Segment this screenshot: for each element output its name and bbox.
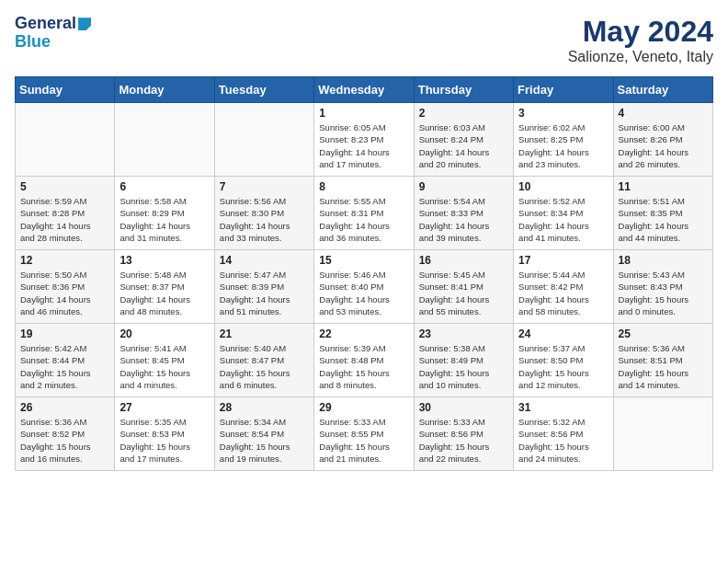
calendar-cell	[214, 103, 313, 177]
day-info: Sunrise: 5:59 AM Sunset: 8:28 PM Dayligh…	[20, 195, 109, 244]
day-info: Sunrise: 5:34 AM Sunset: 8:54 PM Dayligh…	[220, 416, 309, 465]
day-number: 10	[518, 180, 608, 193]
day-info: Sunrise: 5:47 AM Sunset: 8:39 PM Dayligh…	[220, 269, 309, 317]
day-info: Sunrise: 6:00 AM Sunset: 8:26 PM Dayligh…	[619, 121, 708, 170]
day-info: Sunrise: 6:03 AM Sunset: 8:24 PM Dayligh…	[419, 121, 508, 170]
day-number: 25	[619, 327, 708, 340]
day-number: 19	[20, 327, 109, 340]
day-info: Sunrise: 5:41 AM Sunset: 8:45 PM Dayligh…	[119, 342, 209, 391]
calendar-cell: 3Sunrise: 6:02 AM Sunset: 8:25 PM Daylig…	[514, 103, 613, 177]
calendar-cell: 26Sunrise: 5:36 AM Sunset: 8:52 PM Dayli…	[16, 397, 115, 471]
calendar-cell	[115, 103, 214, 177]
day-info: Sunrise: 5:40 AM Sunset: 8:47 PM Dayligh…	[220, 342, 309, 391]
day-number: 3	[518, 107, 608, 120]
day-number: 2	[419, 107, 508, 120]
calendar-cell: 21Sunrise: 5:40 AM Sunset: 8:47 PM Dayli…	[214, 324, 313, 397]
calendar-cell: 17Sunrise: 5:44 AM Sunset: 8:42 PM Dayli…	[514, 250, 613, 324]
calendar-cell: 10Sunrise: 5:52 AM Sunset: 8:34 PM Dayli…	[514, 177, 613, 250]
day-info: Sunrise: 5:43 AM Sunset: 8:43 PM Dayligh…	[619, 269, 708, 317]
calendar-cell: 31Sunrise: 5:32 AM Sunset: 8:56 PM Dayli…	[514, 397, 613, 471]
day-number: 22	[319, 327, 408, 340]
calendar-week-row: 1Sunrise: 6:05 AM Sunset: 8:23 PM Daylig…	[16, 103, 713, 177]
weekday-header: Tuesday	[214, 77, 313, 103]
day-info: Sunrise: 5:44 AM Sunset: 8:42 PM Dayligh…	[518, 269, 608, 317]
calendar-cell: 18Sunrise: 5:43 AM Sunset: 8:43 PM Dayli…	[613, 250, 712, 324]
weekday-header-row: SundayMondayTuesdayWednesdayThursdayFrid…	[16, 77, 713, 103]
weekday-header: Wednesday	[314, 77, 414, 103]
month-title: May 2024	[568, 15, 713, 49]
calendar-cell: 1Sunrise: 6:05 AM Sunset: 8:23 PM Daylig…	[314, 103, 414, 177]
calendar-cell: 6Sunrise: 5:58 AM Sunset: 8:29 PM Daylig…	[115, 177, 214, 250]
day-number: 28	[220, 401, 309, 414]
day-info: Sunrise: 5:51 AM Sunset: 8:35 PM Dayligh…	[619, 195, 708, 244]
day-info: Sunrise: 6:05 AM Sunset: 8:23 PM Dayligh…	[319, 121, 408, 170]
day-number: 5	[20, 180, 109, 193]
calendar-week-row: 26Sunrise: 5:36 AM Sunset: 8:52 PM Dayli…	[16, 397, 713, 471]
weekday-header: Friday	[514, 77, 613, 103]
day-info: Sunrise: 5:32 AM Sunset: 8:56 PM Dayligh…	[518, 416, 608, 465]
day-info: Sunrise: 5:54 AM Sunset: 8:33 PM Dayligh…	[419, 195, 508, 244]
calendar-cell: 24Sunrise: 5:37 AM Sunset: 8:50 PM Dayli…	[514, 324, 613, 397]
day-number: 20	[119, 327, 209, 340]
day-info: Sunrise: 5:50 AM Sunset: 8:36 PM Dayligh…	[20, 269, 109, 317]
day-number: 17	[518, 254, 608, 267]
day-info: Sunrise: 5:33 AM Sunset: 8:56 PM Dayligh…	[419, 416, 508, 465]
day-info: Sunrise: 5:38 AM Sunset: 8:49 PM Dayligh…	[419, 342, 508, 391]
day-info: Sunrise: 5:33 AM Sunset: 8:55 PM Dayligh…	[319, 416, 408, 465]
day-info: Sunrise: 5:36 AM Sunset: 8:52 PM Dayligh…	[20, 416, 109, 465]
day-number: 27	[119, 401, 209, 414]
calendar-cell: 25Sunrise: 5:36 AM Sunset: 8:51 PM Dayli…	[613, 324, 712, 397]
day-info: Sunrise: 5:39 AM Sunset: 8:48 PM Dayligh…	[319, 342, 408, 391]
logo-blue-text: Blue	[15, 33, 91, 52]
day-number: 6	[119, 180, 209, 193]
day-number: 14	[220, 254, 309, 267]
calendar-cell: 19Sunrise: 5:42 AM Sunset: 8:44 PM Dayli…	[16, 324, 115, 397]
day-info: Sunrise: 5:35 AM Sunset: 8:53 PM Dayligh…	[119, 416, 209, 465]
logo-icon	[78, 17, 91, 30]
day-info: Sunrise: 5:37 AM Sunset: 8:50 PM Dayligh…	[518, 342, 608, 391]
day-number: 12	[20, 254, 109, 267]
day-info: Sunrise: 5:36 AM Sunset: 8:51 PM Dayligh…	[619, 342, 708, 391]
day-info: Sunrise: 5:46 AM Sunset: 8:40 PM Dayligh…	[319, 269, 408, 317]
calendar-cell	[16, 103, 115, 177]
day-info: Sunrise: 5:56 AM Sunset: 8:30 PM Dayligh…	[220, 195, 309, 244]
calendar-week-row: 5Sunrise: 5:59 AM Sunset: 8:28 PM Daylig…	[16, 177, 713, 250]
calendar-cell: 7Sunrise: 5:56 AM Sunset: 8:30 PM Daylig…	[214, 177, 313, 250]
day-info: Sunrise: 5:42 AM Sunset: 8:44 PM Dayligh…	[20, 342, 109, 391]
calendar-cell: 11Sunrise: 5:51 AM Sunset: 8:35 PM Dayli…	[613, 177, 712, 250]
day-number: 16	[419, 254, 508, 267]
calendar-cell: 2Sunrise: 6:03 AM Sunset: 8:24 PM Daylig…	[414, 103, 513, 177]
day-number: 15	[319, 254, 408, 267]
calendar-week-row: 19Sunrise: 5:42 AM Sunset: 8:44 PM Dayli…	[16, 324, 713, 397]
calendar-cell: 16Sunrise: 5:45 AM Sunset: 8:41 PM Dayli…	[414, 250, 513, 324]
day-number: 7	[220, 180, 309, 193]
calendar-cell: 27Sunrise: 5:35 AM Sunset: 8:53 PM Dayli…	[115, 397, 214, 471]
day-number: 4	[619, 107, 708, 120]
logo: General Blue	[15, 15, 91, 52]
calendar-cell: 22Sunrise: 5:39 AM Sunset: 8:48 PM Dayli…	[314, 324, 414, 397]
calendar-cell: 28Sunrise: 5:34 AM Sunset: 8:54 PM Dayli…	[214, 397, 313, 471]
calendar-cell: 13Sunrise: 5:48 AM Sunset: 8:37 PM Dayli…	[115, 250, 214, 324]
logo-general-text: General	[15, 14, 76, 32]
calendar-cell	[613, 397, 712, 471]
day-number: 9	[419, 180, 508, 193]
calendar-cell: 14Sunrise: 5:47 AM Sunset: 8:39 PM Dayli…	[214, 250, 313, 324]
location: Salionze, Veneto, Italy	[568, 49, 713, 65]
weekday-header: Sunday	[16, 77, 115, 103]
calendar-cell: 5Sunrise: 5:59 AM Sunset: 8:28 PM Daylig…	[16, 177, 115, 250]
calendar-week-row: 12Sunrise: 5:50 AM Sunset: 8:36 PM Dayli…	[16, 250, 713, 324]
calendar-cell: 23Sunrise: 5:38 AM Sunset: 8:49 PM Dayli…	[414, 324, 513, 397]
day-info: Sunrise: 5:48 AM Sunset: 8:37 PM Dayligh…	[119, 269, 209, 317]
day-info: Sunrise: 5:52 AM Sunset: 8:34 PM Dayligh…	[518, 195, 608, 244]
day-number: 11	[619, 180, 708, 193]
day-number: 29	[319, 401, 408, 414]
day-info: Sunrise: 5:45 AM Sunset: 8:41 PM Dayligh…	[419, 269, 508, 317]
day-info: Sunrise: 5:55 AM Sunset: 8:31 PM Dayligh…	[319, 195, 408, 244]
calendar-cell: 12Sunrise: 5:50 AM Sunset: 8:36 PM Dayli…	[16, 250, 115, 324]
day-number: 23	[419, 327, 508, 340]
day-number: 26	[20, 401, 109, 414]
calendar-cell: 29Sunrise: 5:33 AM Sunset: 8:55 PM Dayli…	[314, 397, 414, 471]
day-number: 30	[419, 401, 508, 414]
weekday-header: Thursday	[414, 77, 513, 103]
calendar-table: SundayMondayTuesdayWednesdayThursdayFrid…	[15, 76, 713, 471]
